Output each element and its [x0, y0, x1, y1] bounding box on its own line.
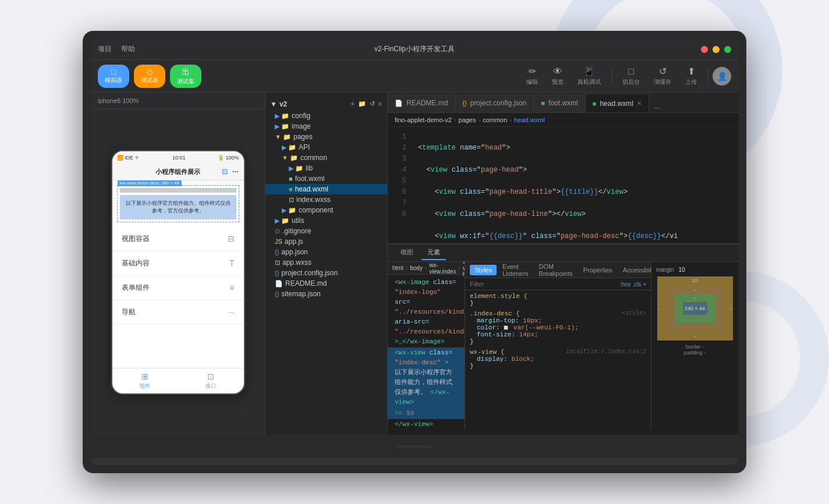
tree-item-label: pages — [293, 133, 313, 141]
tree-item-pages[interactable]: ▼ 📁 pages — [265, 132, 387, 142]
tree-item-foot-wxml[interactable]: ■ foot.wxml — [265, 173, 387, 184]
tree-item-index-wxss[interactable]: ⊡ index.wxss — [265, 194, 387, 205]
action-preview[interactable]: 👁 预览 — [546, 64, 569, 88]
tree-item-component[interactable]: ▶ 📁 component — [265, 205, 387, 215]
list-item-view-container[interactable]: 视图容器 ⊟ — [112, 227, 244, 251]
action-device-debug[interactable]: 📱 真机调试 — [572, 63, 607, 88]
tree-item-image[interactable]: ▶ 📁 image — [265, 121, 387, 132]
tree-new-folder-icon[interactable]: 📁 — [357, 100, 367, 108]
path-wx-view-index[interactable]: wx-view.index — [429, 262, 456, 275]
tab-projectconfig[interactable]: {} project.config.json — [455, 94, 534, 112]
tab-headwxml[interactable]: ■ head.wxml ✕ — [586, 94, 649, 112]
styles-tab-styles[interactable]: Styles — [470, 265, 497, 275]
hover-description: 以下展示小程序官方组件能力。组件样式仅供参考，官方仅供参考。 — [120, 195, 236, 219]
mode-buttons: □ 模拟器 ◇ 调试器 出 测试集 — [98, 65, 201, 88]
tree-item-api[interactable]: ▶ 📁 API — [265, 142, 387, 152]
el-wxview-class-attr: class= — [429, 349, 452, 356]
breadcrumb-item-3[interactable]: head.wxml — [514, 116, 545, 123]
simulator-panel: iphone6 100% 📶 IDE ᯤ 10:01 🔋 100% — [91, 93, 265, 435]
json-tab-icon: {} — [462, 100, 466, 107]
tree-collapse-icon[interactable]: ≡ — [378, 100, 382, 108]
breadcrumb-item-2[interactable]: common — [483, 116, 507, 123]
tree-item-gitignore[interactable]: ⊙ .gitignore — [265, 226, 387, 236]
tree-item-common[interactable]: ▼ 📁 common — [265, 152, 387, 163]
maximize-button[interactable] — [724, 46, 731, 53]
tab-footwxml[interactable]: ■ foot.wxml — [534, 94, 585, 112]
inspector-line-4[interactable]: </wx-view> — [388, 419, 465, 430]
tree-item-config[interactable]: ▶ 📁 config — [265, 111, 387, 121]
phone-nav-close[interactable]: ⊡ — [222, 168, 228, 176]
inspector-line-1[interactable]: <wx-image class= "index-logo" src= "../r… — [388, 277, 465, 347]
menu-item-help[interactable]: 帮助 — [121, 44, 135, 54]
breadcrumb-item-0[interactable]: fino-applet-demo-v2 — [395, 116, 452, 123]
mode-btn-test[interactable]: 出 测试集 — [170, 65, 201, 88]
signal-icon: 📶 IDE ᯤ — [117, 155, 140, 161]
menu-item-project[interactable]: 项目 — [98, 44, 112, 54]
component-tab-label: 组件 — [140, 382, 150, 390]
devtools-tab-elements[interactable]: 元素 — [421, 246, 446, 260]
devtools-tab-overview[interactable]: 概图 — [395, 246, 419, 260]
tree-item-lib[interactable]: ▶ 📁 lib — [265, 163, 387, 173]
inspector-line-3[interactable]: == $0 — [388, 408, 465, 419]
styles-tab-dom[interactable]: DOM Breakpoints — [534, 262, 578, 279]
simulator-icon: □ — [105, 67, 122, 76]
styles-tab-event[interactable]: Event Listeners — [498, 262, 533, 279]
menu-bar: 项目 帮助 — [98, 44, 135, 54]
minimize-button[interactable] — [713, 46, 720, 53]
phone-tab-api[interactable]: ⊡ 接口 — [178, 368, 244, 393]
prop-name-margintop: margin-top: — [477, 317, 519, 324]
prop-val-margintop: 10px; — [523, 317, 542, 324]
api-tab-icon: ⊡ — [207, 372, 214, 381]
breadcrumb-sep-2: › — [509, 116, 512, 123]
styles-tab-properties[interactable]: Properties — [579, 265, 617, 275]
tree-refresh-icon[interactable]: ↺ — [369, 100, 375, 108]
phone-content[interactable]: wx-view.index-desc 240 × 44 以下展示小程序官方组件能… — [112, 180, 244, 368]
styles-filter-input[interactable] — [470, 281, 618, 288]
styles-tab-accessibility[interactable]: Accessibility — [618, 265, 651, 275]
style-selector-element[interactable]: element.style { — [470, 293, 527, 300]
style-source-wxview: localfile:/.index.css:2 — [566, 349, 646, 355]
breadcrumb-item-1[interactable]: pages — [459, 116, 476, 123]
tree-item-label: .gitignore — [282, 227, 311, 235]
prop-name-fontsize: font-size: — [477, 331, 515, 338]
style-selector-indexdesc[interactable]: .index-desc { — [470, 310, 520, 317]
action-upload[interactable]: ⬆ 上传 — [679, 63, 703, 88]
tab-close-icon[interactable]: ✕ — [637, 100, 642, 107]
path-body[interactable]: body — [410, 265, 423, 271]
phone-nav-dots[interactable]: ··· — [232, 167, 239, 176]
phone-nav-bar: 小程序组件展示 ··· ⊡ — [112, 164, 244, 180]
prop-name-color: color: — [477, 324, 500, 331]
tree-item-sitemapjson[interactable]: {} sitemap.json — [265, 289, 387, 299]
tree-item-utils[interactable]: ▶ 📁 utils — [265, 215, 387, 226]
code-content[interactable]: <template name="head"> <view class="page… — [411, 127, 738, 243]
tree-item-appjson[interactable]: {} app.json — [265, 247, 387, 257]
inspector-line-2[interactable]: <wx-view class= "index-desc" > 以下展示小程序官方… — [388, 347, 465, 408]
element-inspector[interactable]: <wx-image class= "index-logo" src= "../r… — [388, 275, 465, 430]
list-item-form[interactable]: 表单组件 ≡ — [112, 276, 244, 300]
wxml-tab-icon: ■ — [541, 100, 545, 107]
action-edit[interactable]: ✏ 编辑 — [520, 63, 544, 88]
wxml-active-tab-icon: ■ — [593, 100, 597, 107]
mode-btn-simulator[interactable]: □ 模拟器 — [98, 65, 129, 88]
action-background[interactable]: □ 切后台 — [617, 64, 646, 88]
tab-more-icon[interactable]: ··· — [649, 103, 665, 112]
tab-readme[interactable]: 📄 README.md — [388, 94, 455, 112]
path-html[interactable]: html — [392, 265, 403, 271]
tree-item-appjs[interactable]: JS app.js — [265, 236, 387, 247]
style-selector-wxview[interactable]: wx-view { — [470, 349, 504, 356]
phone-tab-component[interactable]: ⊞ 组件 — [112, 368, 178, 393]
list-item-basic[interactable]: 基础内容 T — [112, 251, 244, 276]
tree-new-file-icon[interactable]: + — [350, 100, 355, 108]
user-avatar[interactable]: 👤 — [713, 67, 731, 86]
close-button[interactable] — [701, 46, 708, 53]
tree-item-readme[interactable]: 📄 README.md — [265, 278, 387, 289]
tree-item-head-wxml[interactable]: ■ head.wxml — [265, 184, 387, 194]
folder-icon: ▶ 📁 — [282, 144, 296, 151]
styles-hov-tag[interactable]: :hov .cls + — [620, 281, 646, 288]
action-clear-cache[interactable]: ↺ 清缓存 — [648, 63, 677, 88]
tree-item-projectconfigjson[interactable]: {} project.config.json — [265, 268, 387, 278]
tree-item-appwxss[interactable]: ⊡ app.wxss — [265, 257, 387, 268]
folder-icon: ▶ 📁 — [289, 165, 303, 172]
list-item-nav[interactable]: 导航 ··· — [112, 300, 244, 325]
mode-btn-debugger[interactable]: ◇ 调试器 — [134, 65, 165, 88]
